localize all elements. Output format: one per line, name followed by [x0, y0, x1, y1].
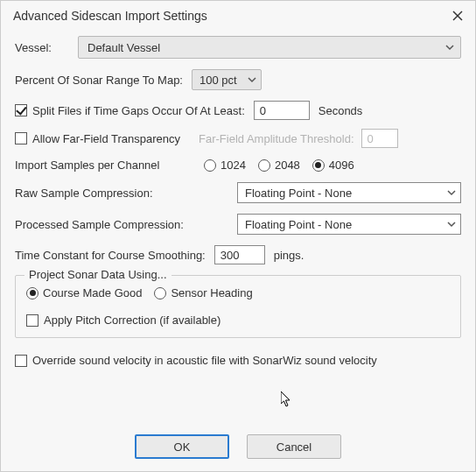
override-label: Override sound velocity in acoustic file…: [32, 354, 377, 367]
time-const-row: Time Constant for Course Smoothing: 300 …: [15, 245, 461, 264]
radio-icon: [312, 159, 325, 172]
raw-comp-row: Raw Sample Compression: Floating Point -…: [15, 182, 461, 203]
split-files-unit: Seconds: [318, 104, 363, 117]
chevron-down-icon: [247, 74, 257, 85]
time-const-unit: pings.: [274, 249, 304, 262]
time-const-label: Time Constant for Course Smoothing:: [15, 249, 206, 262]
far-field-row: Allow Far-Field Transparency Far-Field A…: [15, 129, 461, 148]
radio-icon: [154, 287, 166, 299]
project-radio-row: Course Made Good Sensor Heading: [26, 286, 450, 299]
vessel-label: Vessel:: [15, 41, 78, 54]
chevron-down-icon: [446, 219, 457, 229]
chevron-down-icon: [446, 187, 457, 198]
pct-range-value: 100 pct: [200, 74, 237, 87]
chevron-down-icon: [444, 42, 455, 53]
ok-button[interactable]: OK: [135, 434, 229, 459]
proc-comp-label: Processed Sample Compression:: [15, 218, 237, 231]
far-field-checkbox[interactable]: [15, 132, 27, 144]
samples-radio-2048[interactable]: 2048: [258, 159, 300, 172]
project-radio-group: Course Made Good Sensor Heading: [26, 286, 253, 299]
far-field-thresh-input: 0: [361, 129, 398, 148]
pct-range-label: Percent Of Sonar Range To Map:: [15, 74, 183, 87]
override-row: Override sound velocity in acoustic file…: [15, 354, 461, 367]
pct-range-row: Percent Of Sonar Range To Map: 100 pct: [15, 69, 461, 90]
samples-label: Import Samples per Channel: [15, 159, 204, 172]
cancel-button[interactable]: Cancel: [247, 434, 341, 459]
dialog-window: Advanced Sidescan Import Settings Vessel…: [0, 0, 476, 472]
samples-radio-group: 1024 2048 4096: [204, 159, 354, 172]
close-button[interactable]: [449, 7, 466, 25]
override-checkbox[interactable]: [15, 355, 27, 367]
project-radio-sensor[interactable]: Sensor Heading: [154, 286, 252, 299]
project-radio-course[interactable]: Course Made Good: [26, 286, 142, 299]
samples-radio-1024[interactable]: 1024: [204, 159, 246, 172]
project-fieldset: Project Sonar Data Using... Course Made …: [15, 275, 461, 338]
raw-comp-select[interactable]: Floating Point - None: [237, 182, 461, 203]
title-bar: Advanced Sidescan Import Settings: [1, 1, 475, 31]
proc-comp-value: Floating Point - None: [245, 218, 352, 231]
project-legend: Project Sonar Data Using...: [24, 268, 172, 281]
far-field-thresh-label: Far-Field Amplitude Threshold:: [199, 132, 354, 145]
pitch-label: Apply Pitch Correction (if available): [44, 313, 220, 327]
radio-icon: [26, 287, 38, 299]
button-bar: OK Cancel: [1, 434, 475, 459]
raw-comp-value: Floating Point - None: [245, 187, 352, 200]
far-field-label: Allow Far-Field Transparency: [32, 132, 192, 145]
cursor-icon: [281, 391, 293, 407]
split-files-checkbox[interactable]: [15, 104, 27, 116]
pct-range-select[interactable]: 100 pct: [192, 69, 262, 90]
time-const-input[interactable]: 300: [214, 245, 265, 264]
vessel-value: Default Vessel: [88, 41, 160, 54]
pitch-checkbox[interactable]: [26, 314, 38, 327]
radio-icon: [258, 159, 270, 172]
samples-row: Import Samples per Channel 1024 2048 409…: [15, 159, 461, 172]
proc-comp-row: Processed Sample Compression: Floating P…: [15, 214, 461, 235]
close-icon: [452, 10, 464, 22]
split-files-label: Split Files if Time Gaps Occur Of At Lea…: [32, 104, 245, 117]
samples-radio-4096[interactable]: 4096: [312, 159, 354, 172]
vessel-row: Vessel: Default Vessel: [15, 36, 461, 59]
dialog-content: Vessel: Default Vessel Percent Of Sonar …: [1, 31, 475, 367]
vessel-select[interactable]: Default Vessel: [78, 36, 461, 59]
window-title: Advanced Sidescan Import Settings: [13, 9, 207, 23]
radio-icon: [204, 159, 216, 172]
pitch-row: Apply Pitch Correction (if available): [26, 313, 450, 327]
proc-comp-select[interactable]: Floating Point - None: [237, 214, 461, 235]
split-files-row: Split Files if Time Gaps Occur Of At Lea…: [15, 101, 461, 120]
raw-comp-label: Raw Sample Compression:: [15, 187, 237, 200]
split-files-input[interactable]: 0: [254, 101, 310, 120]
